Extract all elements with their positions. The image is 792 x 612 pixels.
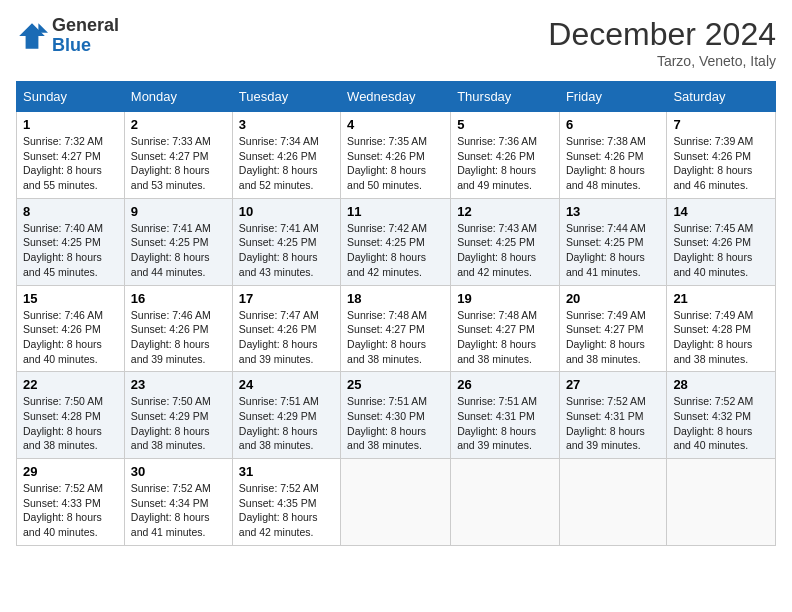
weekday-header-row: SundayMondayTuesdayWednesdayThursdayFrid…	[17, 82, 776, 112]
day-info: Sunrise: 7:49 AMSunset: 4:28 PMDaylight:…	[673, 309, 753, 365]
day-number: 5	[457, 117, 553, 132]
weekday-header-friday: Friday	[559, 82, 667, 112]
day-info: Sunrise: 7:40 AMSunset: 4:25 PMDaylight:…	[23, 222, 103, 278]
day-info: Sunrise: 7:51 AMSunset: 4:30 PMDaylight:…	[347, 395, 427, 451]
day-number: 6	[566, 117, 661, 132]
day-cell: 21 Sunrise: 7:49 AMSunset: 4:28 PMDaylig…	[667, 285, 776, 372]
day-info: Sunrise: 7:49 AMSunset: 4:27 PMDaylight:…	[566, 309, 646, 365]
day-cell	[667, 459, 776, 546]
day-cell: 14 Sunrise: 7:45 AMSunset: 4:26 PMDaylig…	[667, 198, 776, 285]
day-cell: 4 Sunrise: 7:35 AMSunset: 4:26 PMDayligh…	[341, 112, 451, 199]
day-number: 21	[673, 291, 769, 306]
day-info: Sunrise: 7:48 AMSunset: 4:27 PMDaylight:…	[347, 309, 427, 365]
day-info: Sunrise: 7:46 AMSunset: 4:26 PMDaylight:…	[23, 309, 103, 365]
day-cell: 25 Sunrise: 7:51 AMSunset: 4:30 PMDaylig…	[341, 372, 451, 459]
day-number: 31	[239, 464, 334, 479]
day-number: 2	[131, 117, 226, 132]
day-number: 10	[239, 204, 334, 219]
day-cell: 28 Sunrise: 7:52 AMSunset: 4:32 PMDaylig…	[667, 372, 776, 459]
day-number: 11	[347, 204, 444, 219]
day-info: Sunrise: 7:34 AMSunset: 4:26 PMDaylight:…	[239, 135, 319, 191]
day-number: 18	[347, 291, 444, 306]
day-cell: 7 Sunrise: 7:39 AMSunset: 4:26 PMDayligh…	[667, 112, 776, 199]
day-number: 20	[566, 291, 661, 306]
day-info: Sunrise: 7:42 AMSunset: 4:25 PMDaylight:…	[347, 222, 427, 278]
day-number: 30	[131, 464, 226, 479]
day-number: 28	[673, 377, 769, 392]
day-cell	[451, 459, 560, 546]
day-cell: 29 Sunrise: 7:52 AMSunset: 4:33 PMDaylig…	[17, 459, 125, 546]
day-number: 22	[23, 377, 118, 392]
day-cell: 23 Sunrise: 7:50 AMSunset: 4:29 PMDaylig…	[124, 372, 232, 459]
day-info: Sunrise: 7:51 AMSunset: 4:29 PMDaylight:…	[239, 395, 319, 451]
svg-marker-1	[38, 23, 48, 33]
logo-text: General Blue	[52, 16, 119, 56]
day-cell: 22 Sunrise: 7:50 AMSunset: 4:28 PMDaylig…	[17, 372, 125, 459]
day-number: 23	[131, 377, 226, 392]
week-row-2: 8 Sunrise: 7:40 AMSunset: 4:25 PMDayligh…	[17, 198, 776, 285]
day-cell: 19 Sunrise: 7:48 AMSunset: 4:27 PMDaylig…	[451, 285, 560, 372]
day-cell: 13 Sunrise: 7:44 AMSunset: 4:25 PMDaylig…	[559, 198, 667, 285]
week-row-4: 22 Sunrise: 7:50 AMSunset: 4:28 PMDaylig…	[17, 372, 776, 459]
day-info: Sunrise: 7:47 AMSunset: 4:26 PMDaylight:…	[239, 309, 319, 365]
day-cell: 17 Sunrise: 7:47 AMSunset: 4:26 PMDaylig…	[232, 285, 340, 372]
day-cell: 12 Sunrise: 7:43 AMSunset: 4:25 PMDaylig…	[451, 198, 560, 285]
day-cell: 30 Sunrise: 7:52 AMSunset: 4:34 PMDaylig…	[124, 459, 232, 546]
day-number: 17	[239, 291, 334, 306]
day-info: Sunrise: 7:48 AMSunset: 4:27 PMDaylight:…	[457, 309, 537, 365]
day-cell: 16 Sunrise: 7:46 AMSunset: 4:26 PMDaylig…	[124, 285, 232, 372]
day-cell: 8 Sunrise: 7:40 AMSunset: 4:25 PMDayligh…	[17, 198, 125, 285]
day-number: 26	[457, 377, 553, 392]
day-info: Sunrise: 7:35 AMSunset: 4:26 PMDaylight:…	[347, 135, 427, 191]
day-number: 9	[131, 204, 226, 219]
day-info: Sunrise: 7:45 AMSunset: 4:26 PMDaylight:…	[673, 222, 753, 278]
day-info: Sunrise: 7:52 AMSunset: 4:32 PMDaylight:…	[673, 395, 753, 451]
day-cell: 11 Sunrise: 7:42 AMSunset: 4:25 PMDaylig…	[341, 198, 451, 285]
day-cell: 9 Sunrise: 7:41 AMSunset: 4:25 PMDayligh…	[124, 198, 232, 285]
day-info: Sunrise: 7:52 AMSunset: 4:33 PMDaylight:…	[23, 482, 103, 538]
month-title: December 2024	[548, 16, 776, 53]
day-number: 12	[457, 204, 553, 219]
day-info: Sunrise: 7:50 AMSunset: 4:29 PMDaylight:…	[131, 395, 211, 451]
day-number: 8	[23, 204, 118, 219]
day-number: 27	[566, 377, 661, 392]
day-number: 14	[673, 204, 769, 219]
week-row-1: 1 Sunrise: 7:32 AMSunset: 4:27 PMDayligh…	[17, 112, 776, 199]
weekday-header-monday: Monday	[124, 82, 232, 112]
day-cell: 31 Sunrise: 7:52 AMSunset: 4:35 PMDaylig…	[232, 459, 340, 546]
day-info: Sunrise: 7:43 AMSunset: 4:25 PMDaylight:…	[457, 222, 537, 278]
day-number: 13	[566, 204, 661, 219]
day-info: Sunrise: 7:52 AMSunset: 4:35 PMDaylight:…	[239, 482, 319, 538]
day-cell: 5 Sunrise: 7:36 AMSunset: 4:26 PMDayligh…	[451, 112, 560, 199]
day-cell: 2 Sunrise: 7:33 AMSunset: 4:27 PMDayligh…	[124, 112, 232, 199]
logo-icon	[16, 20, 48, 52]
day-info: Sunrise: 7:52 AMSunset: 4:34 PMDaylight:…	[131, 482, 211, 538]
day-info: Sunrise: 7:51 AMSunset: 4:31 PMDaylight:…	[457, 395, 537, 451]
location-subtitle: Tarzo, Veneto, Italy	[548, 53, 776, 69]
day-number: 4	[347, 117, 444, 132]
day-number: 16	[131, 291, 226, 306]
day-info: Sunrise: 7:32 AMSunset: 4:27 PMDaylight:…	[23, 135, 103, 191]
day-cell: 20 Sunrise: 7:49 AMSunset: 4:27 PMDaylig…	[559, 285, 667, 372]
weekday-header-thursday: Thursday	[451, 82, 560, 112]
day-info: Sunrise: 7:41 AMSunset: 4:25 PMDaylight:…	[131, 222, 211, 278]
day-info: Sunrise: 7:36 AMSunset: 4:26 PMDaylight:…	[457, 135, 537, 191]
calendar-table: SundayMondayTuesdayWednesdayThursdayFrid…	[16, 81, 776, 546]
day-number: 15	[23, 291, 118, 306]
day-number: 3	[239, 117, 334, 132]
week-row-5: 29 Sunrise: 7:52 AMSunset: 4:33 PMDaylig…	[17, 459, 776, 546]
day-cell: 15 Sunrise: 7:46 AMSunset: 4:26 PMDaylig…	[17, 285, 125, 372]
day-number: 19	[457, 291, 553, 306]
day-cell: 1 Sunrise: 7:32 AMSunset: 4:27 PMDayligh…	[17, 112, 125, 199]
day-info: Sunrise: 7:41 AMSunset: 4:25 PMDaylight:…	[239, 222, 319, 278]
day-info: Sunrise: 7:50 AMSunset: 4:28 PMDaylight:…	[23, 395, 103, 451]
title-area: December 2024 Tarzo, Veneto, Italy	[548, 16, 776, 69]
day-number: 25	[347, 377, 444, 392]
day-cell: 26 Sunrise: 7:51 AMSunset: 4:31 PMDaylig…	[451, 372, 560, 459]
day-cell	[559, 459, 667, 546]
weekday-header-tuesday: Tuesday	[232, 82, 340, 112]
day-cell: 18 Sunrise: 7:48 AMSunset: 4:27 PMDaylig…	[341, 285, 451, 372]
day-info: Sunrise: 7:52 AMSunset: 4:31 PMDaylight:…	[566, 395, 646, 451]
day-number: 7	[673, 117, 769, 132]
header: General Blue December 2024 Tarzo, Veneto…	[16, 16, 776, 69]
